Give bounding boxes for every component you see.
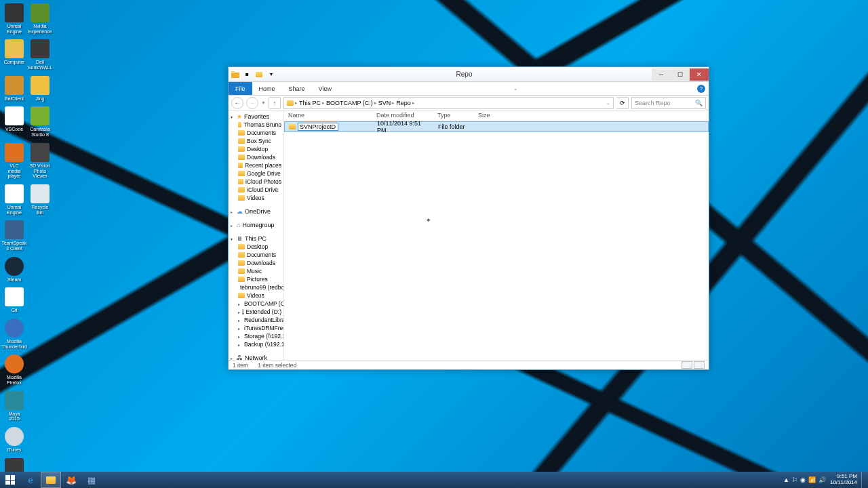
column-type[interactable]: Type: [433, 110, 474, 121]
ribbon-expand-icon[interactable]: ⌄: [509, 82, 524, 95]
forward-button[interactable]: →: [246, 97, 258, 109]
nav-item[interactable]: tebruno99 (redbox): [229, 283, 283, 291]
view-details-button[interactable]: [682, 361, 692, 369]
nav-item[interactable]: Box Sync: [229, 137, 283, 145]
column-headers[interactable]: Name Date modified Type Size: [284, 110, 709, 121]
status-bar: 1 item 1 item selected: [229, 360, 709, 369]
nav-homegroup-header[interactable]: ▸⌂Homegroup: [229, 221, 283, 229]
nav-item[interactable]: Recent places: [229, 161, 283, 169]
close-button[interactable]: ✕: [690, 68, 709, 81]
desktop-icon[interactable]: Git: [3, 287, 25, 313]
desktop-icon[interactable]: Jing: [29, 76, 51, 102]
maximize-button[interactable]: ☐: [671, 68, 690, 81]
view-icons-button[interactable]: [694, 361, 705, 369]
taskbar-explorer-icon[interactable]: [41, 472, 61, 488]
desktop-icon[interactable]: Maya 2015: [3, 391, 25, 422]
nav-item[interactable]: Desktop: [229, 145, 283, 153]
taskbar-clock[interactable]: 9:51 PM 10/11/2014: [830, 474, 857, 486]
desktop-icon[interactable]: Mozilla Firefox: [3, 354, 25, 385]
address-bar[interactable]: ▸ This PC▸ BOOTCAMP (C:)▸ SVN▸ Repo▸ ⌄: [283, 97, 614, 109]
nav-item[interactable]: Google Drive: [229, 169, 283, 178]
column-date[interactable]: Date modified: [372, 110, 433, 121]
column-size[interactable]: Size: [474, 110, 508, 121]
taskbar-firefox-icon[interactable]: 🦊: [61, 472, 81, 488]
tray-icon[interactable]: ⚐: [792, 476, 797, 483]
tray-up-icon[interactable]: ▲: [783, 476, 789, 483]
nav-favorites-header[interactable]: ▾★Favorites: [229, 113, 283, 121]
taskbar-ie-icon[interactable]: e: [20, 472, 41, 488]
desktop-icon[interactable]: VLC media player: [3, 143, 25, 179]
nav-network-header[interactable]: ▸🖧Network: [229, 354, 283, 360]
taskbar-app-icon[interactable]: ▦: [81, 472, 102, 488]
qat-properties-icon[interactable]: ▪: [241, 69, 252, 80]
tab-home[interactable]: Home: [252, 82, 282, 95]
up-button[interactable]: ↑: [269, 97, 281, 109]
minimize-button[interactable]: ─: [652, 68, 671, 81]
tab-share[interactable]: Share: [282, 82, 312, 95]
desktop-icon[interactable]: iTunes: [3, 427, 25, 453]
nav-item[interactable]: iCloud Drive: [229, 186, 283, 194]
breadcrumb[interactable]: This PC: [299, 100, 321, 106]
nav-item[interactable]: ▸BOOTCAMP (C:): [229, 300, 283, 308]
nav-item[interactable]: Desktop: [229, 243, 283, 251]
nav-item[interactable]: Documents: [229, 251, 283, 259]
breadcrumb[interactable]: BOOTCAMP (C:): [326, 100, 373, 106]
tray-icon[interactable]: ◉: [800, 476, 806, 483]
nav-item[interactable]: Thomas Bruno: [229, 121, 283, 129]
desktop-icon[interactable]: Dell SonicWALL: [29, 39, 51, 70]
tray-volume-icon[interactable]: 🔊: [818, 476, 826, 483]
start-button[interactable]: [0, 472, 20, 488]
search-input[interactable]: Search Repo 🔍: [631, 97, 706, 109]
back-button[interactable]: ←: [231, 97, 243, 109]
nav-item[interactable]: iCloud Photos: [229, 178, 283, 186]
desktop-icon[interactable]: VSCode: [3, 106, 25, 137]
desktop-icon[interactable]: Unreal Engine: [3, 184, 25, 215]
rename-input[interactable]: [298, 123, 338, 131]
nav-item[interactable]: Music: [229, 267, 283, 275]
nav-item[interactable]: Downloads: [229, 259, 283, 267]
desktop-icon[interactable]: Nvidia Experience: [29, 3, 51, 34]
addr-dropdown-icon[interactable]: ⌄: [606, 100, 610, 106]
nav-item[interactable]: ▸Storage (\\192.168.1: [229, 332, 283, 340]
nav-item[interactable]: Downloads: [229, 153, 283, 161]
history-dropdown-icon[interactable]: ▼: [261, 100, 266, 105]
tab-file[interactable]: File: [229, 82, 252, 95]
file-list[interactable]: 10/11/2014 9:51 PM File folder ⌖: [284, 121, 709, 360]
nav-thispc-header[interactable]: ▾🖥This PC: [229, 235, 283, 243]
file-row-selected[interactable]: 10/11/2014 9:51 PM File folder: [284, 121, 709, 132]
desktop-icon[interactable]: 3D Vision Photo Viewer: [29, 143, 51, 179]
help-button[interactable]: ?: [694, 82, 709, 95]
content-pane[interactable]: Name Date modified Type Size 10/11/2014 …: [284, 110, 709, 360]
nav-item[interactable]: Pictures: [229, 275, 283, 283]
titlebar[interactable]: ▪ ▼ Repo ─ ☐ ✕: [229, 67, 709, 82]
tab-view[interactable]: View: [312, 82, 338, 95]
tray-network-icon[interactable]: 📶: [808, 476, 816, 483]
desktop-icon[interactable]: Unreal Engine: [3, 3, 25, 34]
desktop-icon[interactable]: Camtasia Studio 8: [29, 106, 51, 137]
breadcrumb[interactable]: Repo: [396, 100, 411, 106]
column-name[interactable]: Name: [284, 110, 372, 121]
desktop-icon[interactable]: Recycle Bin: [29, 184, 51, 215]
file-type: File folder: [434, 123, 475, 130]
nav-item[interactable]: Videos: [229, 194, 283, 202]
nav-item[interactable]: Videos: [229, 291, 283, 300]
desktop-icon[interactable]: Mozilla Thunderbird: [3, 319, 25, 349]
system-tray[interactable]: ▲ ⚐ ◉ 📶 🔊 9:51 PM 10/11/2014: [783, 472, 868, 488]
nav-item[interactable]: ▸iTunesDRMFree (\\1: [229, 324, 283, 332]
nav-item[interactable]: Documents: [229, 129, 283, 137]
show-desktop-button[interactable]: [861, 472, 865, 488]
nav-onedrive-header[interactable]: ▸☁OneDrive: [229, 207, 283, 216]
nav-item[interactable]: ▸Extended (D:): [229, 308, 283, 316]
desktop-icon[interactable]: Steam: [3, 257, 25, 283]
nav-item[interactable]: ▸RedundantLibrary (\: [229, 316, 283, 324]
desktop-icon[interactable]: Computer: [3, 39, 25, 70]
navigation-pane[interactable]: ▾★Favorites Thomas Bruno Documents Box S…: [229, 110, 284, 360]
nav-item[interactable]: ▸Backup (\\192.168.1.: [229, 340, 283, 348]
taskbar[interactable]: e 🦊 ▦ ▲ ⚐ ◉ 📶 🔊 9:51 PM 10/11/2014: [0, 472, 868, 488]
desktop-icon[interactable]: BalClient: [3, 76, 25, 102]
refresh-button[interactable]: ⟳: [616, 97, 629, 109]
desktop-icon[interactable]: TeamSpeak 3 Client: [3, 220, 25, 251]
qat-dropdown-icon[interactable]: ▼: [266, 69, 277, 80]
qat-newfolder-icon[interactable]: [254, 69, 264, 80]
breadcrumb[interactable]: SVN: [378, 100, 391, 106]
